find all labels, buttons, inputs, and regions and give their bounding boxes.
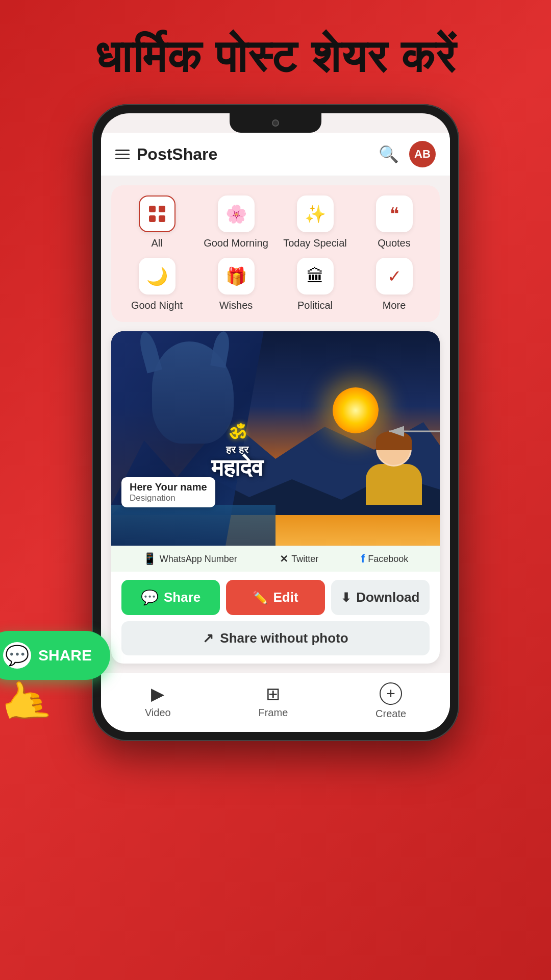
edit-label: Edit bbox=[273, 590, 298, 605]
facebook-label: Facebook bbox=[368, 554, 408, 565]
social-bar: 📱 WhatsApp Number ✕ Twitter f Facebook bbox=[111, 546, 440, 572]
category-quotes[interactable]: ❝ Quotes bbox=[359, 195, 430, 250]
category-wishes-icon: 🎁 bbox=[218, 258, 255, 295]
svg-rect-2 bbox=[149, 215, 156, 222]
category-today-special-label: Today Special bbox=[283, 236, 347, 250]
video-icon: ▶ bbox=[151, 683, 164, 704]
facebook-handle: f Facebook bbox=[361, 552, 408, 566]
search-icon[interactable]: 🔍 bbox=[379, 144, 399, 164]
create-icon: + bbox=[380, 682, 402, 705]
share-without-photo-button[interactable]: ↗ Share without photo bbox=[121, 621, 430, 655]
app-title: PostShare bbox=[137, 145, 217, 164]
category-wishes-label: Wishes bbox=[219, 299, 253, 312]
phone-mockup: PostShare 🔍 AB bbox=[0, 99, 551, 741]
share-whatsapp-icon: 💬 bbox=[141, 589, 159, 606]
category-today-special-icon: ✨ bbox=[297, 195, 334, 232]
facebook-icon: f bbox=[361, 552, 365, 566]
bottom-navigation: ▶ Video ⊞ Frame + Create bbox=[101, 673, 450, 732]
twitter-handle: ✕ Twitter bbox=[280, 553, 318, 565]
share-without-label: Share without photo bbox=[220, 630, 348, 646]
category-all-icon bbox=[139, 195, 176, 232]
card-designation: Designation bbox=[130, 493, 207, 503]
name-card: Here Your name Designation bbox=[121, 477, 215, 507]
categories-grid: All 🌸 Good Morning ✨ Today Special ❝ Quo… bbox=[111, 185, 440, 322]
share-without-icon: ↗ bbox=[203, 630, 214, 646]
hand-pointer: 🤙 bbox=[0, 672, 56, 732]
category-today-special[interactable]: ✨ Today Special bbox=[280, 195, 350, 250]
phone-frame: PostShare 🔍 AB bbox=[92, 104, 459, 741]
category-good-morning[interactable]: 🌸 Good Morning bbox=[201, 195, 271, 250]
avatar[interactable]: AB bbox=[409, 141, 436, 167]
svg-rect-1 bbox=[159, 206, 165, 212]
phone-notch bbox=[230, 113, 321, 133]
header-left: PostShare bbox=[115, 145, 217, 164]
category-political-icon: 🏛 bbox=[297, 258, 334, 295]
category-political[interactable]: 🏛 Political bbox=[280, 258, 350, 312]
app-header: PostShare 🔍 AB bbox=[101, 133, 450, 176]
download-button[interactable]: ⬇ Download bbox=[331, 580, 430, 615]
svg-rect-0 bbox=[149, 206, 156, 212]
category-more-icon: ✓ bbox=[376, 258, 413, 295]
nav-frame[interactable]: ⊞ Frame bbox=[258, 683, 288, 719]
whatsapp-icon: 📱 bbox=[143, 552, 157, 566]
category-quotes-label: Quotes bbox=[378, 236, 410, 250]
card-name: Here Your name bbox=[130, 481, 207, 493]
category-wishes[interactable]: 🎁 Wishes bbox=[201, 258, 271, 312]
nav-create[interactable]: + Create bbox=[375, 682, 406, 720]
category-good-night-label: Good Night bbox=[131, 299, 183, 312]
category-quotes-icon: ❝ bbox=[376, 195, 413, 232]
menu-button[interactable] bbox=[115, 150, 130, 159]
edit-icon: ✏️ bbox=[253, 591, 268, 605]
category-good-night-icon: 🌙 bbox=[139, 258, 176, 295]
mahadev-background: ॐ हर हर महादेव bbox=[111, 331, 440, 546]
share-button[interactable]: 💬 Share bbox=[121, 580, 220, 615]
nav-frame-label: Frame bbox=[258, 707, 288, 719]
hindi-heading: धार्मिक पोस्ट शेयर करें bbox=[0, 0, 551, 99]
post-card: ॐ हर हर महादेव bbox=[111, 331, 440, 664]
twitter-label: Twitter bbox=[291, 554, 318, 565]
post-image-wrapper: ॐ हर हर महादेव bbox=[111, 331, 440, 572]
whatsapp-logo-icon: 💬 bbox=[3, 642, 31, 669]
whatsapp-share-btn[interactable]: 💬 SHARE bbox=[0, 631, 110, 680]
category-more[interactable]: ✓ More bbox=[359, 258, 430, 312]
whatsapp-share-label: SHARE bbox=[38, 647, 92, 664]
frame-icon: ⊞ bbox=[266, 683, 280, 704]
post-image: ॐ हर हर महादेव bbox=[111, 331, 440, 546]
whatsapp-number: 📱 WhatsApp Number bbox=[143, 552, 237, 566]
whatsapp-label: WhatsApp Number bbox=[160, 554, 237, 565]
arrow-indicator bbox=[384, 421, 440, 444]
download-icon: ⬇ bbox=[341, 591, 351, 605]
phone-screen: PostShare 🔍 AB bbox=[101, 113, 450, 732]
category-all-label: All bbox=[151, 236, 162, 250]
category-all[interactable]: All bbox=[121, 195, 192, 250]
svg-rect-3 bbox=[159, 215, 165, 222]
download-label: Download bbox=[356, 590, 419, 605]
category-good-night[interactable]: 🌙 Good Night bbox=[121, 258, 192, 312]
nav-video-label: Video bbox=[145, 707, 171, 719]
camera-notch bbox=[272, 119, 279, 127]
action-buttons-row: 💬 Share ✏️ Edit ⬇ Download bbox=[111, 572, 440, 621]
category-more-label: More bbox=[383, 299, 406, 312]
twitter-icon: ✕ bbox=[280, 553, 288, 565]
share-label: Share bbox=[164, 590, 201, 605]
nav-create-label: Create bbox=[375, 708, 406, 720]
edit-button[interactable]: ✏️ Edit bbox=[226, 580, 324, 615]
category-good-morning-label: Good Morning bbox=[204, 236, 268, 250]
nav-video[interactable]: ▶ Video bbox=[145, 683, 171, 719]
category-good-morning-icon: 🌸 bbox=[218, 195, 255, 232]
whatsapp-overlay-button[interactable]: 💬 SHARE 🤙 bbox=[0, 631, 110, 680]
category-political-label: Political bbox=[297, 299, 333, 312]
